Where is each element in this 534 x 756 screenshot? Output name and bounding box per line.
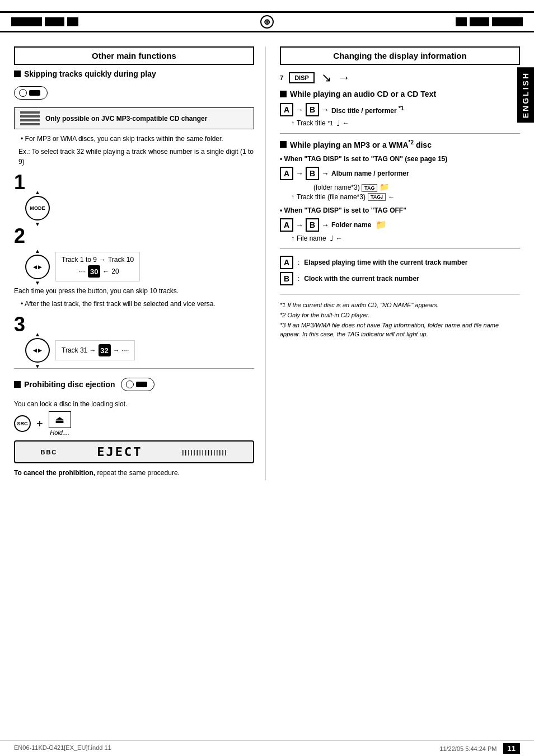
letter-b-box-1: B <box>306 103 319 116</box>
cancel-instruction: To cancel the prohibition, repeat the sa… <box>14 468 254 478</box>
prohibit-desc: You can lock a disc in the loading slot. <box>14 399 254 409</box>
tag-off-heading: When "TAG DISP" is set to "TAG OFF" <box>280 205 520 215</box>
note-box-lines <box>20 111 40 125</box>
left-section-title: Other main functions <box>14 46 254 65</box>
legend-b-desc: Clock with the current track number <box>304 275 419 283</box>
left-column: Other main functions Skipping tracks qui… <box>14 46 265 480</box>
track-row-1-label: Track 1 to 9 <box>62 256 97 264</box>
legend-row-a: A : Elapsed playing time with the curren… <box>280 256 520 269</box>
folder-icon-2: 📁 <box>376 219 387 230</box>
chain-arrow-4: → <box>321 169 329 178</box>
track-row-2: ···· 30 ← 20 <box>62 265 134 278</box>
legend-b-box: B <box>280 272 293 285</box>
eject-text: EJECT <box>97 445 142 459</box>
toggle-switch-icon <box>14 86 48 100</box>
prohibiting-title: Prohibiting disc ejection <box>24 380 115 389</box>
track-title-row: ↑ Track title *1 ♩ ← <box>291 119 520 128</box>
page-container: ⊕ Other main functions Skipping tracks q… <box>0 0 534 756</box>
back-arrow-2: ← <box>388 193 395 201</box>
step-2-number: 2 <box>14 226 254 246</box>
note-line-2 <box>20 115 40 118</box>
center-circle-icon: ⊕ <box>260 15 274 29</box>
top-bar: ⊕ <box>0 11 534 32</box>
deco-right <box>456 17 523 26</box>
note-text: Only possible on JVC MP3-compatible CD c… <box>45 115 207 123</box>
toggle2-circle <box>126 381 134 388</box>
step3-knob-icon: ◀ ▶ <box>25 338 50 363</box>
deco-block-1 <box>11 17 42 26</box>
chain-arrow-5: → <box>296 220 303 229</box>
deco-block-4 <box>456 17 467 26</box>
legend-a-box: A <box>280 256 293 269</box>
note-line-1 <box>20 111 40 114</box>
indent-arrow-up-3: ↑ <box>291 234 294 242</box>
back-arrow-3: ← <box>336 234 343 242</box>
mode-knob-icon: MODE <box>25 196 50 220</box>
src-knob-icon: SRC <box>14 415 31 432</box>
timestamp-label: 11/22/05 5:44:24 PM <box>439 745 496 752</box>
toggle-rect <box>29 90 40 96</box>
step2-desc1: Each time you press the button, you can … <box>14 286 254 296</box>
eject-display-diagram: BBC EJECT |||||||||||||||| <box>14 440 254 463</box>
letter-b-box-3: B <box>306 218 319 232</box>
note-line-4 <box>20 123 40 125</box>
file-name-label: File name <box>297 234 326 242</box>
deco-block-6 <box>492 17 523 26</box>
track-10-label: Track 10 <box>108 256 134 264</box>
track-row-31: Track 31 → 32 → ···· <box>62 344 129 356</box>
other-main-functions-label: Other main functions <box>92 51 176 60</box>
folder-icon: 📁 <box>380 182 389 191</box>
chain-arrow-1: → <box>296 105 303 114</box>
mp3-wma-header: While playing an MP3 or a WMA*2 disc <box>280 139 520 149</box>
prohibiting-header: Prohibiting disc ejection <box>14 374 254 395</box>
deco-block-2 <box>45 17 64 26</box>
indent-arrow-up-2: ↑ <box>291 193 294 201</box>
right-section-title: Changing the display information <box>280 46 520 65</box>
eject-button-icon: ⏏ <box>49 411 71 428</box>
step-1-number: 1 <box>14 172 254 192</box>
src-diagram: SRC + ⏏ Hold.... <box>14 411 254 436</box>
footnotes-area: *1 If the current disc is an audio CD, "… <box>280 294 520 339</box>
chain-arrow-6: → <box>321 220 329 229</box>
skipping-tracks-title: Skipping tracks quickly during play <box>24 69 156 78</box>
letter-a-box-1: A <box>280 103 293 116</box>
track-31-label: Track 31 → <box>62 346 96 354</box>
cancel-desc: repeat the same procedure. <box>97 469 179 477</box>
audio-cd-title: While playing an audio CD or a CD Text <box>290 90 436 98</box>
black-square-4-icon <box>280 141 287 148</box>
letter-a-box-2: A <box>280 167 293 180</box>
english-sidebar: ENGLISH <box>517 67 534 123</box>
legend-row-b: B : Clock with the current track number <box>280 272 520 285</box>
tag-on-chain: A → B → Album name / performer <box>280 167 520 180</box>
track-progress-diagram: Track 1 to 9 → Track 10 ···· 30 ← 20 <box>55 252 140 281</box>
tag-off-chain: A → B → Folder name 📁 <box>280 218 520 232</box>
music-note-2-icon: ♩ <box>330 234 334 243</box>
arrow-right-1: → <box>99 256 106 264</box>
deco-block-3 <box>67 17 78 26</box>
mp3-wma-title: While playing an MP3 or a WMA*2 disc <box>290 139 432 149</box>
disp-button[interactable]: DISP <box>289 72 315 83</box>
divider-2 <box>280 133 520 134</box>
file-name-row: ↑ File name ♩ ← <box>291 234 520 243</box>
skipping-tracks-header: Skipping tracks quickly during play <box>14 69 254 78</box>
music-note-icon: ♩ <box>336 119 340 128</box>
src-label: SRC <box>17 421 27 426</box>
note-box: Only possible on JVC MP3-compatible CD c… <box>14 107 254 129</box>
tag-badge-1: TAG <box>362 184 377 192</box>
divider-3 <box>280 248 520 249</box>
page-number: 11 <box>503 743 520 754</box>
step3-track-diagram: Track 31 → 32 → ···· <box>55 340 135 360</box>
chain-arrow-2: → <box>321 105 329 114</box>
step-2-diagram: ◀ ▶ Track 1 to 9 → Track 10 ···· 30 ← 20 <box>25 250 254 284</box>
black-square-2-icon <box>14 381 21 388</box>
step2-knob-icon: ◀ ▶ <box>25 255 50 279</box>
deco-center: ⊕ <box>260 15 274 29</box>
footnote-1: *1 If the current disc is an audio CD, "… <box>280 301 520 309</box>
chain-arrow-3: → <box>296 169 303 178</box>
arrow-left-1: ← <box>102 267 109 275</box>
back-arrow-icon: ← <box>343 119 349 127</box>
black-square-3-icon <box>280 91 287 97</box>
track-title-label: Track title <box>297 119 326 127</box>
disc-title-label: Disc title / performer *1 <box>331 105 404 115</box>
step-3-diagram: ◀ ▶ Track 31 → 32 → ···· <box>25 338 254 363</box>
